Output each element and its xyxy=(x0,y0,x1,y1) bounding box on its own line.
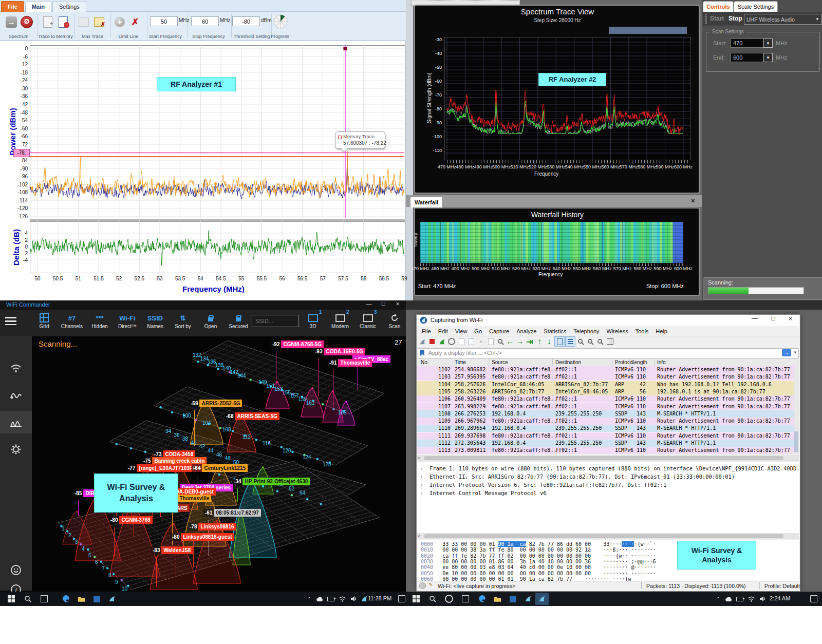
maximize-icon[interactable]: □ xyxy=(764,315,782,326)
notification-icon[interactable] xyxy=(396,593,408,605)
notification-icon[interactable] xyxy=(808,593,820,605)
onedrive-icon[interactable] xyxy=(313,593,326,605)
minimize-icon[interactable]: — xyxy=(746,315,763,326)
packet-list-header[interactable] xyxy=(417,358,794,367)
packet-detail-line[interactable]: › Frame 1: 110 bytes on wire (880 bits),… xyxy=(420,465,799,471)
menu-telephony[interactable]: Telephony xyxy=(570,327,603,335)
menu-edit[interactable]: Edit xyxy=(435,327,452,335)
table-row[interactable]: 1113273.009811fe80::921a:caff:fe8..ff02:… xyxy=(417,447,794,454)
column-divider[interactable] xyxy=(612,359,612,366)
column-divider[interactable] xyxy=(654,359,655,366)
menu-help[interactable]: Help xyxy=(652,327,671,335)
packet-details-pane[interactable]: › Frame 1: 110 bytes on wire (880 bits),… xyxy=(417,462,799,533)
taskbar-right-clock[interactable]: 2:24 AM xyxy=(770,595,790,601)
scroll-left-arrow[interactable]: < xyxy=(418,534,420,539)
column-divider[interactable] xyxy=(489,359,489,366)
capture-comment-icon[interactable]: ✎ xyxy=(428,582,433,588)
zoom-100-icon[interactable] xyxy=(595,337,605,346)
apply-filter-button[interactable]: → xyxy=(782,349,791,356)
taskbar-left-clock[interactable]: 11:28 PM xyxy=(368,595,391,601)
zoom-in-icon[interactable] xyxy=(576,337,585,346)
find-packet-icon[interactable] xyxy=(496,337,505,346)
file-explorer-icon[interactable] xyxy=(75,593,87,605)
menu-analyze[interactable]: Analyze xyxy=(513,327,540,335)
wireshark-tray-icon[interactable] xyxy=(358,593,370,605)
edge-icon[interactable] xyxy=(476,593,488,605)
open-file-icon[interactable] xyxy=(457,337,466,346)
ws-hscrollbar-1[interactable]: < xyxy=(417,455,799,461)
expander-icon[interactable]: › xyxy=(420,490,429,496)
packet-detail-line[interactable]: › Internet Control Message Protocol v6 xyxy=(420,490,547,496)
close-file-icon[interactable]: × xyxy=(476,337,485,346)
auto-scroll-icon[interactable] xyxy=(554,336,565,347)
hex-row[interactable]: 0010 00 00 00 38 3a ff fe 80 00 00 00 00… xyxy=(421,547,656,553)
capture-stop-icon[interactable] xyxy=(427,337,437,346)
filter-dropdown-caret[interactable]: ▼ xyxy=(793,350,797,355)
bookmark-icon[interactable] xyxy=(419,349,425,356)
packet-detail-line[interactable]: › Ethernet II, Src: ARRISGro_82:7b:77 (9… xyxy=(420,473,735,480)
reload-icon[interactable] xyxy=(486,337,495,346)
active-capture-app-icon[interactable] xyxy=(535,593,549,605)
hex-row[interactable]: 0030 00 00 00 00 00 01 86 00 3b 1a 40 40… xyxy=(421,559,656,564)
save-file-icon[interactable] xyxy=(466,337,476,346)
table-row[interactable]: 1111269.937698fe80::921a:caff:fe8..ff02:… xyxy=(417,432,794,440)
network-icon[interactable] xyxy=(745,593,757,605)
capture-options-icon[interactable] xyxy=(447,337,456,346)
scrollbar-thumb[interactable] xyxy=(424,456,783,460)
close-icon[interactable]: × xyxy=(782,315,799,326)
table-row[interactable]: 1105258.263226ARRISGro_82:7b:77IntelCor_… xyxy=(417,388,794,395)
menu-wireless[interactable]: Wireless xyxy=(603,327,632,335)
wireshark-icon[interactable] xyxy=(522,593,534,605)
battery-icon[interactable] xyxy=(325,593,337,605)
expert-info-icon[interactable] xyxy=(419,582,426,589)
hex-row[interactable]: 0020 ca ff fe 82 7b 77 ff 02 00 00 00 00… xyxy=(421,553,656,559)
column-header-info[interactable]: Info xyxy=(657,359,666,365)
menu-tools[interactable]: Tools xyxy=(632,327,652,335)
task-view-icon[interactable] xyxy=(38,593,50,605)
menu-view[interactable]: View xyxy=(452,327,471,335)
column-header-source[interactable]: Source xyxy=(492,359,508,365)
column-header-no[interactable]: No. xyxy=(421,359,429,365)
scroll-left-arrow[interactable]: < xyxy=(418,456,420,461)
table-row[interactable]: 1110269.289654192.168.0.4239.255.255.250… xyxy=(417,425,794,432)
table-row[interactable]: 1102254.986682fe80::921a:caff:fe8..ff02:… xyxy=(417,366,794,373)
ws-hscrollbar-2[interactable]: < xyxy=(417,533,799,539)
table-row[interactable]: 1109266.967962fe80::921a:caff:fe8..ff02:… xyxy=(417,418,794,425)
colorize-icon[interactable] xyxy=(565,336,575,347)
column-divider[interactable] xyxy=(453,359,453,366)
packet-detail-line[interactable]: › Internet Protocol Version 6, Src: fe80… xyxy=(420,482,666,488)
hex-row[interactable]: 0060 00 00 00 00 00 00 01 01 90 1a ca 82… xyxy=(421,576,631,581)
menu-capture[interactable]: Capture xyxy=(485,327,513,335)
photos-icon[interactable] xyxy=(507,593,519,605)
menu-statistics[interactable]: Statistics xyxy=(540,327,570,335)
expander-icon[interactable]: › xyxy=(420,473,429,480)
table-row[interactable]: 1106260.926409fe80::921a:caff:fe8..ff02:… xyxy=(417,395,794,403)
hex-row[interactable]: 0050 0e 10 00 00 00 00 00 00 00 00 00 00… xyxy=(421,571,656,576)
go-to-icon[interactable]: ⇥ xyxy=(525,337,534,346)
zoom-out-icon[interactable] xyxy=(586,337,595,346)
table-row[interactable]: 1104258.257626IntelCor_68:46:05ARRISGro_… xyxy=(417,381,794,388)
go-forward-icon[interactable]: → xyxy=(515,337,525,346)
edge-icon[interactable] xyxy=(60,593,72,605)
table-row[interactable]: 1103257.956395fe80::921a:caff:fe8..ff02:… xyxy=(417,373,794,381)
column-divider[interactable] xyxy=(552,359,553,366)
battery-icon[interactable] xyxy=(734,593,746,605)
go-top-icon[interactable]: ↑ xyxy=(535,337,544,346)
table-row[interactable]: 1107263.998229fe80::921a:caff:fe8..ff02:… xyxy=(417,403,794,410)
resize-columns-icon[interactable] xyxy=(605,337,614,346)
menu-file[interactable]: File xyxy=(418,327,435,335)
column-header-time[interactable]: Time xyxy=(455,359,466,365)
search-icon[interactable] xyxy=(426,593,439,605)
go-back-icon[interactable]: ← xyxy=(506,337,515,346)
table-row[interactable]: 1108266.276253192.168.0.4239.255.255.250… xyxy=(417,410,794,418)
table-row[interactable]: 1112272.305643192.168.0.4239.255.255.250… xyxy=(417,440,794,447)
capture-restart-icon[interactable] xyxy=(437,337,446,346)
expander-icon[interactable]: › xyxy=(420,482,429,488)
task-view-icon[interactable] xyxy=(459,593,472,605)
hex-row[interactable]: 0000 33 33 00 00 00 01 90 1a ca 82 7b 77… xyxy=(421,541,656,547)
volume-icon[interactable] xyxy=(756,593,769,605)
photos-icon[interactable] xyxy=(90,593,103,605)
go-bottom-icon[interactable]: ↓ xyxy=(545,337,554,346)
search-icon[interactable] xyxy=(22,593,34,605)
display-filter-input[interactable]: Apply a display filter ... <Ctrl-/> xyxy=(428,350,502,356)
